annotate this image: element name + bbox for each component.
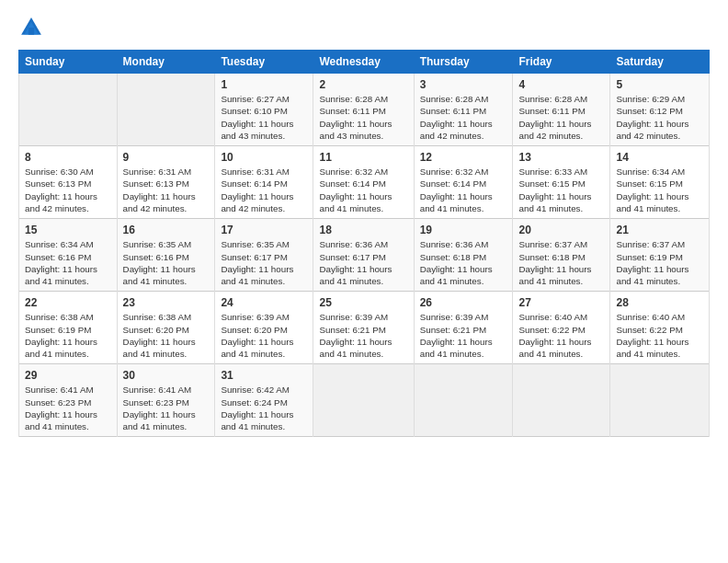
- calendar-cell: 15Sunrise: 6:34 AMSunset: 6:16 PMDayligh…: [19, 219, 118, 292]
- calendar-cell: 13Sunrise: 6:33 AMSunset: 6:15 PMDayligh…: [513, 146, 610, 219]
- day-number: 8: [25, 150, 111, 165]
- day-info: Sunrise: 6:31 AMSunset: 6:14 PMDaylight:…: [221, 166, 307, 214]
- day-info: Sunrise: 6:37 AMSunset: 6:18 PMDaylight:…: [518, 238, 604, 287]
- calendar-cell: 3Sunrise: 6:28 AMSunset: 6:11 PMDaylight…: [414, 74, 513, 146]
- day-info: Sunrise: 6:31 AMSunset: 6:13 PMDaylight:…: [123, 166, 210, 214]
- calendar-cell: 22Sunrise: 6:38 AMSunset: 6:19 PMDayligh…: [19, 292, 118, 364]
- day-number: 14: [616, 150, 703, 165]
- day-number: 25: [319, 295, 407, 310]
- calendar-cell: 18Sunrise: 6:36 AMSunset: 6:17 PMDayligh…: [313, 219, 414, 292]
- day-number: 4: [518, 77, 604, 92]
- calendar-cell: 17Sunrise: 6:35 AMSunset: 6:17 PMDayligh…: [215, 219, 313, 292]
- calendar-cell: 8Sunrise: 6:30 AMSunset: 6:13 PMDaylight…: [19, 146, 118, 219]
- day-info: Sunrise: 6:38 AMSunset: 6:20 PMDaylight:…: [123, 311, 210, 360]
- calendar-cell: 10Sunrise: 6:31 AMSunset: 6:14 PMDayligh…: [215, 146, 313, 219]
- day-number: 29: [25, 368, 111, 383]
- calendar-cell: 19Sunrise: 6:36 AMSunset: 6:18 PMDayligh…: [414, 219, 513, 292]
- day-info: Sunrise: 6:29 AMSunset: 6:12 PMDaylight:…: [616, 93, 703, 142]
- week-row-5: 29Sunrise: 6:41 AMSunset: 6:23 PMDayligh…: [19, 364, 710, 437]
- day-number: 2: [319, 77, 407, 92]
- logo-icon: [18, 15, 44, 40]
- day-number: 24: [221, 295, 307, 310]
- col-header-wednesday: Wednesday: [313, 51, 414, 74]
- week-row-4: 22Sunrise: 6:38 AMSunset: 6:19 PMDayligh…: [19, 292, 710, 364]
- day-number: 11: [319, 150, 407, 165]
- col-header-friday: Friday: [513, 51, 610, 74]
- col-header-monday: Monday: [117, 51, 215, 74]
- calendar: SundayMondayTuesdayWednesdayThursdayFrid…: [18, 50, 710, 437]
- calendar-cell: [513, 364, 610, 437]
- day-info: Sunrise: 6:40 AMSunset: 6:22 PMDaylight:…: [616, 311, 703, 360]
- week-row-2: 8Sunrise: 6:30 AMSunset: 6:13 PMDaylight…: [19, 146, 710, 219]
- col-header-tuesday: Tuesday: [215, 51, 313, 74]
- logo: [18, 15, 48, 40]
- day-number: 10: [221, 150, 307, 165]
- day-info: Sunrise: 6:37 AMSunset: 6:19 PMDaylight:…: [616, 238, 703, 287]
- day-number: 31: [221, 368, 307, 383]
- day-info: Sunrise: 6:28 AMSunset: 6:11 PMDaylight:…: [518, 93, 604, 142]
- day-number: 9: [123, 150, 210, 165]
- day-number: 19: [420, 223, 507, 237]
- day-info: Sunrise: 6:33 AMSunset: 6:15 PMDaylight:…: [518, 166, 604, 214]
- calendar-cell: 5Sunrise: 6:29 AMSunset: 6:12 PMDaylight…: [610, 74, 710, 146]
- calendar-cell: [610, 364, 710, 437]
- day-info: Sunrise: 6:39 AMSunset: 6:21 PMDaylight:…: [319, 311, 407, 360]
- day-info: Sunrise: 6:34 AMSunset: 6:16 PMDaylight:…: [25, 238, 111, 287]
- day-info: Sunrise: 6:41 AMSunset: 6:23 PMDaylight:…: [123, 384, 210, 432]
- day-info: Sunrise: 6:36 AMSunset: 6:18 PMDaylight:…: [420, 238, 507, 287]
- calendar-cell: 30Sunrise: 6:41 AMSunset: 6:23 PMDayligh…: [117, 364, 215, 437]
- week-row-3: 15Sunrise: 6:34 AMSunset: 6:16 PMDayligh…: [19, 219, 710, 292]
- calendar-cell: 21Sunrise: 6:37 AMSunset: 6:19 PMDayligh…: [610, 219, 710, 292]
- day-info: Sunrise: 6:39 AMSunset: 6:20 PMDaylight:…: [221, 311, 307, 360]
- calendar-cell: 26Sunrise: 6:39 AMSunset: 6:21 PMDayligh…: [414, 292, 513, 364]
- day-info: Sunrise: 6:32 AMSunset: 6:14 PMDaylight:…: [420, 166, 507, 214]
- calendar-cell: 4Sunrise: 6:28 AMSunset: 6:11 PMDaylight…: [513, 74, 610, 146]
- calendar-cell: [19, 74, 118, 146]
- calendar-cell: 1Sunrise: 6:27 AMSunset: 6:10 PMDaylight…: [215, 74, 313, 146]
- day-number: 17: [221, 223, 307, 237]
- day-number: 15: [25, 223, 111, 237]
- calendar-cell: [414, 364, 513, 437]
- day-info: Sunrise: 6:40 AMSunset: 6:22 PMDaylight:…: [518, 311, 604, 360]
- calendar-cell: 12Sunrise: 6:32 AMSunset: 6:14 PMDayligh…: [414, 146, 513, 219]
- day-number: 30: [123, 368, 210, 383]
- day-number: 3: [420, 77, 507, 92]
- svg-rect-2: [28, 28, 34, 35]
- day-number: 20: [518, 223, 604, 237]
- header: [18, 15, 710, 40]
- day-info: Sunrise: 6:28 AMSunset: 6:11 PMDaylight:…: [319, 93, 407, 142]
- day-info: Sunrise: 6:28 AMSunset: 6:11 PMDaylight:…: [420, 93, 507, 142]
- calendar-cell: 31Sunrise: 6:42 AMSunset: 6:24 PMDayligh…: [215, 364, 313, 437]
- day-info: Sunrise: 6:35 AMSunset: 6:16 PMDaylight:…: [123, 238, 210, 287]
- calendar-cell: 28Sunrise: 6:40 AMSunset: 6:22 PMDayligh…: [610, 292, 710, 364]
- day-number: 1: [221, 77, 307, 92]
- calendar-cell: 23Sunrise: 6:38 AMSunset: 6:20 PMDayligh…: [117, 292, 215, 364]
- calendar-cell: [313, 364, 414, 437]
- day-number: 16: [123, 223, 210, 237]
- day-number: 12: [420, 150, 507, 165]
- day-number: 21: [616, 223, 703, 237]
- col-header-saturday: Saturday: [610, 51, 710, 74]
- day-number: 28: [616, 295, 703, 310]
- col-header-sunday: Sunday: [19, 51, 118, 74]
- day-info: Sunrise: 6:35 AMSunset: 6:17 PMDaylight:…: [221, 238, 307, 287]
- day-number: 26: [420, 295, 507, 310]
- day-number: 22: [25, 295, 111, 310]
- calendar-cell: 14Sunrise: 6:34 AMSunset: 6:15 PMDayligh…: [610, 146, 710, 219]
- calendar-cell: 27Sunrise: 6:40 AMSunset: 6:22 PMDayligh…: [513, 292, 610, 364]
- day-number: 27: [518, 295, 604, 310]
- day-number: 23: [123, 295, 210, 310]
- calendar-cell: 9Sunrise: 6:31 AMSunset: 6:13 PMDaylight…: [117, 146, 215, 219]
- day-info: Sunrise: 6:38 AMSunset: 6:19 PMDaylight:…: [25, 311, 111, 360]
- calendar-cell: 24Sunrise: 6:39 AMSunset: 6:20 PMDayligh…: [215, 292, 313, 364]
- week-row-1: 1Sunrise: 6:27 AMSunset: 6:10 PMDaylight…: [19, 74, 710, 146]
- calendar-cell: 29Sunrise: 6:41 AMSunset: 6:23 PMDayligh…: [19, 364, 118, 437]
- calendar-cell: 2Sunrise: 6:28 AMSunset: 6:11 PMDaylight…: [313, 74, 414, 146]
- day-info: Sunrise: 6:32 AMSunset: 6:14 PMDaylight:…: [319, 166, 407, 214]
- calendar-cell: 16Sunrise: 6:35 AMSunset: 6:16 PMDayligh…: [117, 219, 215, 292]
- day-info: Sunrise: 6:36 AMSunset: 6:17 PMDaylight:…: [319, 238, 407, 287]
- day-info: Sunrise: 6:34 AMSunset: 6:15 PMDaylight:…: [616, 166, 703, 214]
- calendar-cell: [117, 74, 215, 146]
- page: SundayMondayTuesdayWednesdayThursdayFrid…: [0, 0, 728, 563]
- calendar-cell: 11Sunrise: 6:32 AMSunset: 6:14 PMDayligh…: [313, 146, 414, 219]
